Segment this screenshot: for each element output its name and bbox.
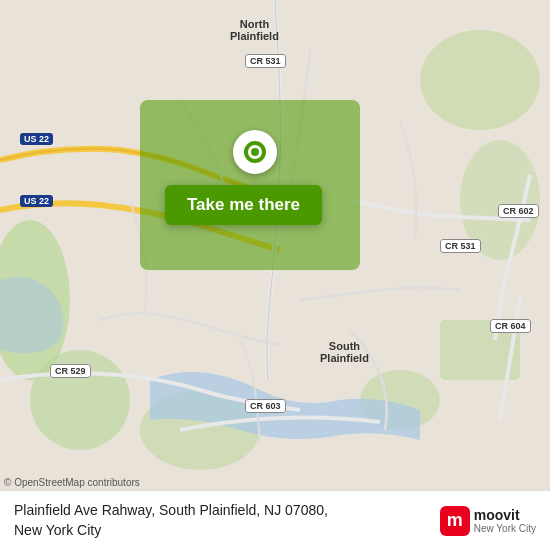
osm-attribution: © OpenStreetMap contributors [4, 477, 140, 488]
cr531-shield-2: CR 531 [440, 235, 481, 253]
moovit-brand: moovit New York City [474, 507, 536, 534]
address-line2: New York City [14, 522, 101, 538]
bottom-bar: Plainfield Ave Rahway, South Plainfield,… [0, 490, 550, 550]
moovit-name: moovit [474, 507, 536, 523]
moovit-logo: m moovit New York City [440, 506, 536, 536]
us22-shield-1: US 22 [20, 128, 53, 146]
us22-shield-2: US 22 [20, 190, 53, 208]
location-pin [233, 130, 277, 174]
pin-inner [244, 141, 266, 163]
cr531-shield-1: CR 531 [245, 50, 286, 68]
address-line1: Plainfield Ave Rahway, South Plainfield,… [14, 502, 328, 518]
svg-point-1 [420, 30, 540, 130]
moovit-subtitle: New York City [474, 523, 536, 534]
pin-circle [233, 130, 277, 174]
moovit-icon: m [440, 506, 470, 536]
cr602-shield: CR 602 [498, 200, 539, 218]
take-me-there-button[interactable]: Take me there [165, 185, 322, 225]
cr603-shield: CR 603 [245, 395, 286, 413]
address-block: Plainfield Ave Rahway, South Plainfield,… [14, 501, 440, 540]
cr604-shield: CR 604 [490, 315, 531, 333]
map-container: Take me there NorthPlainfield SouthPlain… [0, 0, 550, 490]
address-text: Plainfield Ave Rahway, South Plainfield,… [14, 501, 440, 540]
cr529-shield: CR 529 [50, 360, 91, 378]
